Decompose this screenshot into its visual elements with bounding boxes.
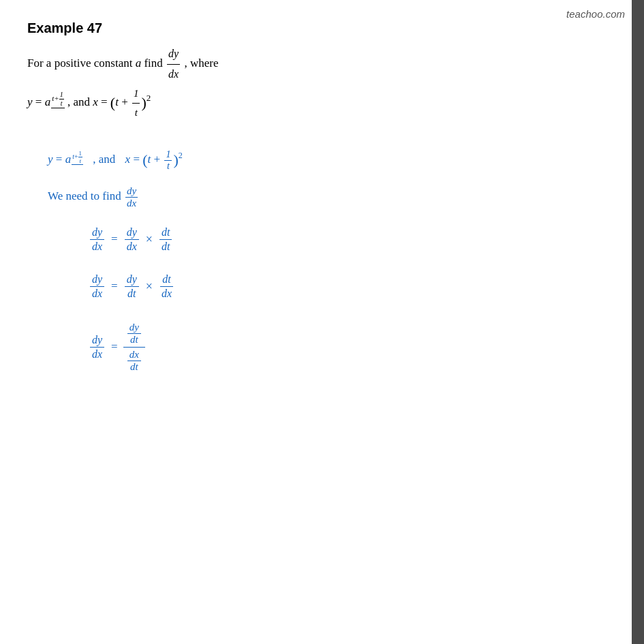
watermark: teachoo.com — [566, 8, 625, 20]
step1-lhs: dy dx — [90, 226, 104, 253]
sol-x-expr: (t + 1t)2 — [142, 153, 182, 166]
need-dy-dx: dy dx — [125, 185, 138, 209]
step2-times: × — [146, 279, 153, 294]
watermark-text: teachoo.com — [566, 8, 625, 20]
step3-row: dy dx = dy dt dx dt — [48, 320, 610, 374]
step1-rhs2: dt dt — [159, 226, 172, 253]
problem-equals-1: = — [35, 95, 45, 108]
step2-rhs2: dt dx — [159, 273, 174, 300]
x-exponent: 2 — [147, 93, 151, 103]
problem-and-text: , and — [67, 95, 93, 108]
step1-rhs1: dy dx — [125, 226, 139, 253]
sol-equals-2: = — [133, 153, 142, 166]
need-fraction: dy dx — [124, 189, 139, 202]
page-container: teachoo.com Example 47 For a positive co… — [0, 0, 644, 644]
problem-statement: For a positive constant a find dy dx , w… — [27, 44, 610, 122]
problem-equals-2: = — [101, 95, 110, 108]
solution-given-line: y = at+1t , and x = (t + 1t)2 — [48, 149, 610, 172]
problem-fraction-denominator: dx — [167, 65, 180, 85]
step3-outer-num: dy dt — [123, 320, 145, 348]
sol-and-text: , and — [93, 153, 118, 166]
problem-y-label: y — [27, 95, 33, 108]
step3-lhs: dy dx — [90, 334, 104, 361]
sol-equals-1: = — [56, 153, 65, 166]
step1-row: dy dx = dy dx × dt dt — [48, 226, 610, 253]
solution-need-line: We need to find dy dx — [48, 185, 610, 209]
right-sidebar — [632, 0, 644, 644]
problem-intro-text: For a positive constant — [27, 57, 132, 70]
solution-section: y = at+1t , and x = (t + 1t)2 We need to… — [27, 149, 610, 374]
step2-equals: = — [111, 279, 118, 293]
problem-dy-dx-fraction: dy dx — [167, 44, 180, 85]
step3-outer-den: dx dt — [123, 348, 145, 374]
sol-x-label: x — [125, 153, 131, 166]
problem-where-text: , where — [184, 57, 218, 70]
sol-y-label: y — [48, 153, 53, 166]
y-exponent: t+1t — [51, 91, 65, 108]
problem-fraction-numerator: dy — [167, 44, 180, 65]
sol-y-expr: at+1t — [65, 153, 87, 166]
step2-lhs: dy dx — [90, 273, 104, 300]
problem-y-expression: at+1t — [45, 95, 67, 108]
problem-find-text: find — [144, 57, 162, 70]
step1-equals: = — [111, 232, 118, 246]
need-text: We need to find — [48, 189, 121, 202]
step3-nested-frac: dy dt dx dt — [123, 320, 145, 374]
step2-row: dy dx = dy dt × dt dx — [48, 273, 610, 300]
problem-x-expression: (t + 1t)2 — [110, 95, 151, 108]
problem-var-a: a — [136, 57, 142, 70]
step3-equals: = — [111, 340, 118, 354]
step1-times: × — [146, 232, 153, 247]
problem-x-label: x — [93, 95, 98, 108]
example-title: Example 47 — [27, 20, 610, 36]
step2-rhs1: dy dt — [125, 273, 139, 300]
